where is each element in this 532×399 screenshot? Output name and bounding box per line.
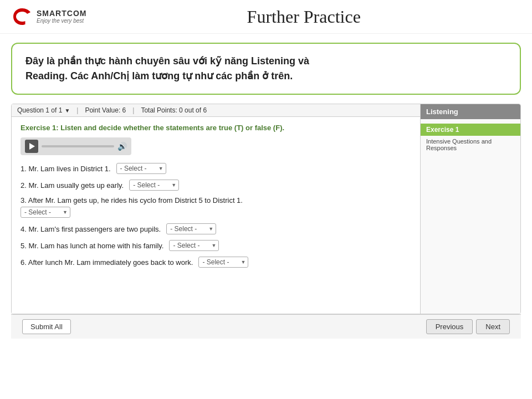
question-nav[interactable]: Question 1 of 1 ▼	[17, 106, 70, 114]
total-points: Total Points: 0 out of 6	[141, 106, 207, 114]
next-button[interactable]: Next	[476, 319, 510, 334]
point-value: Point Value: 6	[85, 106, 126, 114]
select-wrapper-5[interactable]: - Select - True False	[169, 240, 219, 251]
volume-icon[interactable]: 🔊	[117, 142, 127, 151]
table-row: 4. Mr. Lam's first passengers are two pu…	[21, 223, 411, 234]
table-row: 1. Mr. Lam lives in District 1. - Select…	[21, 163, 411, 174]
select-wrapper-2[interactable]: - Select - True False	[129, 180, 179, 191]
exercise-content: Exercise 1: Listen and decide whether th…	[12, 117, 420, 314]
table-row: 3. After Mr. Lam gets up, he rides his c…	[21, 196, 411, 218]
sidebar-exercise-label[interactable]: Exercise 1	[421, 124, 520, 136]
table-row: 5. Mr. Lam has lunch at home with his fa…	[21, 240, 411, 251]
main-area: Question 1 of 1 ▼ | Point Value: 6 | Tot…	[11, 104, 521, 314]
select-q5[interactable]: - Select - True False	[169, 240, 219, 251]
table-row: 6. After lunch Mr. Lam immediately goes …	[21, 257, 411, 268]
select-q2[interactable]: - Select - True False	[129, 180, 179, 191]
audio-player[interactable]: 🔊	[21, 137, 131, 155]
intro-box: Đây là phần thực hành chuyên sâu với kỹ …	[11, 43, 521, 95]
play-button[interactable]	[25, 140, 38, 153]
bottom-bar: Submit All Previous Next	[11, 314, 521, 339]
bar-separator2: |	[132, 106, 134, 114]
intro-text-line2: Reading. Các Anh/Chị làm tương tự như cá…	[25, 70, 293, 81]
logo-tagline: Enjoy the very best	[37, 18, 86, 24]
questions-list: 1. Mr. Lam lives in District 1. - Select…	[21, 163, 411, 268]
select-q4[interactable]: - Select - True False	[166, 223, 216, 234]
submit-all-button[interactable]: Submit All	[22, 319, 71, 334]
select-wrapper-3[interactable]: - Select - True False	[21, 207, 70, 218]
bar-separator1: |	[76, 106, 78, 114]
select-wrapper-1[interactable]: - Select - True False	[116, 163, 166, 174]
sidebar-item-text: Intensive Questions and Responses	[421, 136, 520, 154]
select-q3[interactable]: - Select - True False	[21, 207, 70, 218]
page-title: Further Practice	[86, 7, 521, 27]
question-text: 4. Mr. Lam's first passengers are two pu…	[21, 225, 161, 233]
header: SMARTCOM Enjoy the very best Further Pra…	[0, 0, 532, 34]
question-nav-label: Question 1 of 1	[17, 106, 62, 114]
question-bar: Question 1 of 1 ▼ | Point Value: 6 | Tot…	[12, 104, 420, 117]
exercise-panel: Question 1 of 1 ▼ | Point Value: 6 | Tot…	[12, 104, 421, 314]
intro-text-line1: Đây là phần thực hành chuyên sâu với kỹ …	[25, 55, 309, 66]
play-icon	[29, 143, 35, 150]
question-text: 5. Mr. Lam has lunch at home with his fa…	[21, 242, 163, 250]
sidebar: Listening Exercise 1 Intensive Questions…	[421, 104, 520, 314]
question-text: 2. Mr. Lam usually gets up early.	[21, 181, 124, 190]
table-row: 2. Mr. Lam usually gets up early. - Sele…	[21, 180, 411, 191]
select-wrapper-4[interactable]: - Select - True False	[166, 223, 216, 234]
exercise-title: Exercise 1: Listen and decide whether th…	[21, 124, 411, 132]
logo-icon	[11, 6, 33, 28]
logo-area: SMARTCOM Enjoy the very best	[11, 6, 86, 28]
select-q1[interactable]: - Select - True False	[116, 163, 166, 174]
logo-text: SMARTCOM Enjoy the very best	[37, 9, 86, 24]
question-nav-arrow: ▼	[64, 108, 70, 114]
nav-buttons: Previous Next	[426, 319, 510, 334]
select-q6[interactable]: - Select - True False	[198, 257, 248, 268]
logo-name: SMARTCOM	[37, 9, 86, 18]
select-wrapper-6[interactable]: - Select - True False	[198, 257, 248, 268]
sidebar-header: Listening	[421, 104, 520, 119]
audio-track[interactable]	[42, 145, 114, 147]
question-text: 1. Mr. Lam lives in District 1.	[21, 165, 111, 173]
question-text: 3. After Mr. Lam gets up, he rides his c…	[21, 196, 243, 204]
question-text: 6. After lunch Mr. Lam immediately goes …	[21, 258, 193, 267]
previous-button[interactable]: Previous	[426, 319, 473, 334]
